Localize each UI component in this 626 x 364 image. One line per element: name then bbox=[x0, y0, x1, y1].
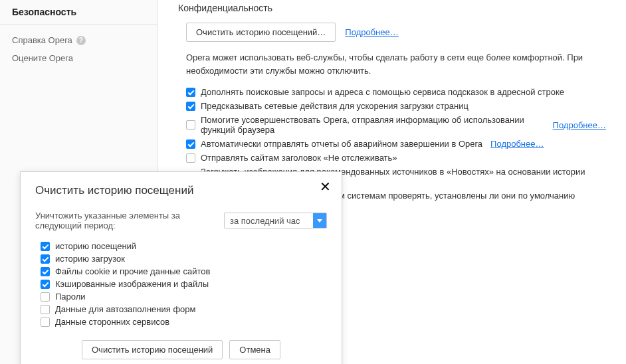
privacy-item-label: Помогите усовершенствовать Opera, отправ… bbox=[201, 115, 545, 135]
clear-history-button[interactable]: Очистить историю посещений… bbox=[186, 23, 336, 42]
period-select-value: за последний час bbox=[230, 216, 300, 226]
dialog-item: историю посещений bbox=[41, 240, 327, 252]
checkbox[interactable] bbox=[41, 318, 50, 327]
dialog-cancel-button[interactable]: Отмена bbox=[229, 340, 280, 359]
checkbox[interactable] bbox=[186, 102, 195, 111]
dialog-item: Данные для автозаполнения форм bbox=[41, 303, 327, 316]
dialog-item-label: историю загрузок bbox=[55, 254, 125, 264]
learn-more-link[interactable]: Подробнее… bbox=[345, 27, 398, 37]
dialog-item-label: Кэшированные изображения и файлы bbox=[55, 279, 209, 289]
checkbox[interactable] bbox=[41, 254, 50, 264]
dialog-item-label: Файлы cookie и прочие данные сайтов bbox=[55, 266, 210, 276]
privacy-item: Автоматически отправлять отчеты об авари… bbox=[186, 137, 606, 151]
checkbox[interactable] bbox=[41, 292, 50, 302]
dialog-item: Данные сторонних сервисов bbox=[41, 316, 327, 328]
checkbox[interactable] bbox=[186, 153, 195, 163]
learn-more-link[interactable]: Подробнее… bbox=[490, 139, 544, 149]
sidebar-link-label: Справка Opera bbox=[12, 35, 72, 45]
dialog-checklist: историю посещенийисторию загрузокФайлы c… bbox=[35, 240, 327, 328]
dialog-item-label: историю посещений bbox=[55, 241, 136, 251]
privacy-description: Opera может использовать веб-службы, что… bbox=[178, 51, 606, 77]
dialog-item-label: Данные для автозаполнения форм bbox=[55, 304, 196, 314]
sidebar-link-help[interactable]: Справка Opera ? bbox=[12, 31, 146, 49]
close-icon[interactable]: ✕ bbox=[317, 179, 334, 195]
privacy-item: Предсказывать сетевые действия для ускор… bbox=[186, 99, 606, 113]
privacy-item-label: Предсказывать сетевые действия для ускор… bbox=[201, 101, 469, 111]
checkbox[interactable] bbox=[41, 267, 50, 276]
checkbox[interactable] bbox=[41, 280, 50, 289]
period-select[interactable]: за последний час bbox=[224, 213, 327, 228]
sidebar-active-section: Безопасность bbox=[0, 0, 157, 25]
dialog-item: Кэшированные изображения и файлы bbox=[41, 278, 327, 290]
privacy-item: Отправлять сайтам заголовок «Не отслежив… bbox=[186, 151, 606, 165]
period-label: Уничтожить указанные элементы за следующ… bbox=[35, 211, 219, 230]
sidebar-link-rate[interactable]: Оцените Opera bbox=[12, 49, 146, 67]
privacy-item: Дополнять поисковые запросы и адреса с п… bbox=[186, 85, 606, 99]
section-heading-privacy: Конфиденциальность bbox=[178, 3, 606, 13]
sidebar-links: Справка Opera ? Оцените Opera bbox=[0, 25, 157, 74]
dialog-item: Пароли bbox=[41, 290, 327, 303]
sidebar-link-label: Оцените Opera bbox=[12, 53, 73, 63]
checkbox[interactable] bbox=[186, 120, 195, 130]
privacy-item-label: Отправлять сайтам заголовок «Не отслежив… bbox=[201, 153, 397, 163]
dialog-confirm-button[interactable]: Очистить историю посещений bbox=[82, 340, 223, 359]
checkbox[interactable] bbox=[41, 242, 50, 251]
dialog-item: Файлы cookie и прочие данные сайтов bbox=[41, 265, 327, 278]
dialog-item-label: Пароли bbox=[55, 292, 86, 302]
checkbox[interactable] bbox=[186, 88, 195, 97]
learn-more-link[interactable]: Подробнее… bbox=[553, 120, 606, 130]
dialog-title: Очистить историю посещений bbox=[35, 184, 327, 197]
dialog-item: историю загрузок bbox=[41, 252, 327, 265]
chevron-down-icon bbox=[313, 213, 326, 228]
sidebar-title: Безопасность bbox=[12, 7, 146, 17]
help-icon: ? bbox=[76, 36, 86, 45]
clear-history-dialog: ✕ Очистить историю посещений Уничтожить … bbox=[20, 171, 342, 364]
privacy-item: Помогите усовершенствовать Opera, отправ… bbox=[186, 113, 606, 137]
privacy-item-label: Автоматически отправлять отчеты об авари… bbox=[201, 139, 482, 149]
privacy-item-label: Дополнять поисковые запросы и адреса с п… bbox=[201, 87, 564, 97]
checkbox[interactable] bbox=[186, 139, 195, 149]
checkbox[interactable] bbox=[41, 305, 50, 314]
dialog-item-label: Данные сторонних сервисов bbox=[55, 317, 169, 327]
